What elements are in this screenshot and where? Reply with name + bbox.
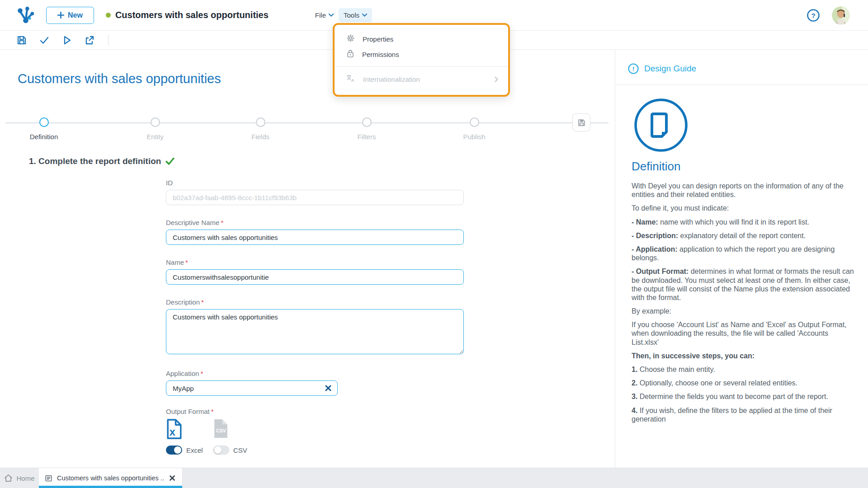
design-guide-title: Design Guide	[644, 64, 696, 74]
menu-item-label: Internationalization	[363, 75, 487, 83]
svg-text:A: A	[351, 78, 354, 83]
menu-item-label: Properties	[363, 35, 498, 43]
name-label: Name*	[166, 258, 464, 266]
guide-paragraph: 3. Determine the fields you want to beco…	[632, 392, 855, 401]
step-entity[interactable]: Entity	[119, 117, 191, 141]
tools-menu-label: Tools	[344, 11, 359, 19]
validate-button[interactable]	[38, 33, 51, 47]
svg-text:!: !	[632, 66, 634, 72]
tab-home[interactable]: Home	[0, 468, 39, 488]
id-label: ID	[166, 179, 464, 187]
svg-text:x: x	[170, 426, 175, 438]
tab-home-label: Home	[16, 474, 34, 482]
lock-icon	[346, 49, 354, 59]
check-icon	[39, 35, 50, 46]
step-circle	[151, 117, 160, 127]
step-circle	[256, 117, 265, 127]
chevron-right-icon	[495, 76, 498, 82]
step-definition[interactable]: Definition	[8, 117, 80, 141]
step-publish[interactable]: Publish	[438, 117, 510, 141]
play-icon	[61, 35, 72, 46]
descriptive-name-input[interactable]	[166, 230, 464, 245]
guide-paragraph: - Output Format: determines in what form…	[632, 267, 855, 302]
save-icon	[16, 35, 27, 46]
csv-toggle[interactable]	[213, 446, 229, 455]
home-icon	[4, 474, 13, 482]
toggle-knob	[174, 446, 181, 454]
new-button[interactable]: New	[46, 7, 94, 24]
definition-step-icon	[633, 98, 689, 153]
menu-item-label: Permissions	[362, 51, 498, 58]
chevron-down-icon	[362, 14, 367, 17]
tools-dropdown-menu: PropertiesPermissionsAInternationalizati…	[333, 23, 510, 97]
user-avatar[interactable]	[832, 6, 850, 24]
format-option-csv: CSVCSV	[213, 418, 255, 455]
format-label: CSV	[233, 446, 247, 454]
close-tab-icon[interactable]	[169, 474, 176, 482]
wizard-stepper: DefinitionEntityFieldsFiltersPublish	[0, 108, 615, 145]
run-button[interactable]	[60, 33, 74, 47]
menu-item-properties[interactable]: Properties	[335, 31, 508, 47]
id-field-group: ID	[166, 179, 464, 205]
description-textarea[interactable]: Customers with sales opportunities	[166, 309, 464, 354]
tab-report-label: Customers with sales opportunities ...	[57, 474, 164, 482]
export-button[interactable]	[83, 33, 96, 47]
export-icon	[84, 35, 95, 46]
output-format-field-group: Output Format* xExcelCSVCSV	[166, 408, 464, 455]
definition-form: ID Descriptive Name* Name* Description* …	[166, 179, 464, 468]
gear-icon	[346, 34, 355, 44]
guide-paragraph: - Name: name with which you will find it…	[632, 218, 855, 226]
info-exclamation-icon: !	[628, 63, 639, 74]
name-input[interactable]	[166, 269, 464, 285]
step-fields[interactable]: Fields	[224, 117, 297, 141]
application-label: Application*	[166, 370, 464, 377]
excel-toggle[interactable]	[166, 446, 182, 455]
toggle-knob	[214, 446, 222, 454]
csv-file-icon: CSV	[213, 418, 255, 441]
output-format-label: Output Format*	[166, 408, 464, 415]
plus-icon	[57, 12, 64, 19]
translate-icon: A	[346, 75, 355, 84]
guide-paragraph: 4. If you wish, define the filters to be…	[632, 406, 855, 423]
step-label: Definition	[8, 133, 80, 141]
tab-report-designer[interactable]: Customers with sales opportunities ...	[39, 468, 183, 488]
valid-check-icon	[165, 157, 175, 165]
svg-text:CSV: CSV	[216, 428, 226, 433]
step-label: Publish	[438, 133, 510, 141]
guide-paragraph: - Application: application to which the …	[632, 245, 855, 262]
design-guide-header: ! Design Guide	[628, 63, 696, 74]
section-heading-text: 1. Complete the report definition	[29, 156, 161, 166]
report-doc-icon	[45, 474, 52, 482]
excel-file-icon: x	[166, 418, 208, 441]
page-title: Customers with sales opportunities	[18, 71, 221, 86]
file-menu[interactable]: File	[310, 8, 339, 22]
app-window: New Customers with sales opportunities F…	[0, 0, 868, 488]
step-label: Entity	[119, 133, 191, 141]
save-button[interactable]	[15, 33, 28, 47]
name-field-group: Name*	[166, 258, 464, 285]
guide-paragraph: 1. Choose the main entity.	[632, 365, 855, 374]
description-field-group: Description* Customers with sales opport…	[166, 298, 464, 356]
step-label: Fields	[224, 133, 297, 141]
guide-paragraph: To define it, you must indicate:	[632, 204, 855, 212]
menu-item-permissions[interactable]: Permissions	[335, 47, 508, 62]
menu-divider	[335, 66, 508, 67]
new-button-label: New	[68, 11, 83, 19]
guide-paragraph: 2. Optionally, choose one or several rel…	[632, 379, 855, 387]
tools-menu[interactable]: Tools	[339, 8, 372, 22]
step-filters[interactable]: Filters	[330, 117, 403, 141]
help-icon[interactable]: ?	[807, 9, 820, 22]
menu-item-internationalization[interactable]: AInternationalization	[335, 71, 508, 87]
descriptive-name-field-group: Descriptive Name*	[166, 219, 464, 245]
format-option-excel: xExcel	[166, 418, 208, 455]
id-input	[166, 190, 464, 205]
svg-text:?: ?	[811, 11, 815, 19]
guide-paragraph: - Description: explanatory detail of the…	[632, 231, 855, 240]
save-icon	[577, 118, 586, 127]
application-input[interactable]	[166, 380, 338, 396]
panel-divider	[615, 84, 868, 85]
clear-application-icon[interactable]	[324, 384, 332, 392]
step-circle	[39, 117, 49, 127]
stepper-save-button[interactable]	[572, 113, 590, 131]
deyel-logo-icon[interactable]	[15, 5, 36, 26]
